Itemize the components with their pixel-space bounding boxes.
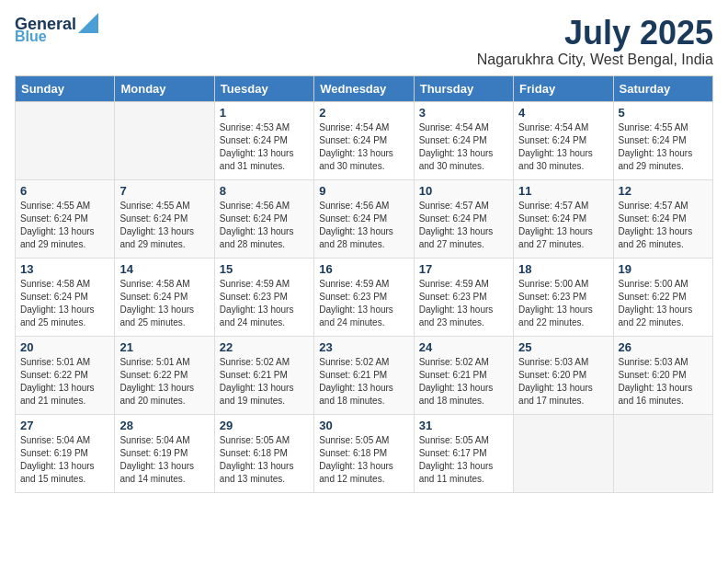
table-row: 10Sunrise: 4:57 AM Sunset: 6:24 PM Dayli… [414, 179, 513, 258]
day-number: 6 [20, 184, 109, 198]
day-info: Sunrise: 5:04 AM Sunset: 6:19 PM Dayligh… [20, 434, 109, 486]
day-info: Sunrise: 4:54 AM Sunset: 6:24 PM Dayligh… [419, 121, 508, 173]
day-info: Sunrise: 5:03 AM Sunset: 6:20 PM Dayligh… [619, 356, 708, 408]
col-tuesday: Tuesday [214, 75, 313, 101]
table-row: 4Sunrise: 4:54 AM Sunset: 6:24 PM Daylig… [514, 101, 613, 179]
table-row: 30Sunrise: 5:05 AM Sunset: 6:18 PM Dayli… [314, 414, 414, 492]
day-number: 12 [619, 184, 708, 198]
table-row: 15Sunrise: 4:59 AM Sunset: 6:23 PM Dayli… [214, 258, 313, 336]
day-number: 21 [119, 340, 209, 354]
day-info: Sunrise: 4:58 AM Sunset: 6:24 PM Dayligh… [20, 278, 109, 329]
day-number: 5 [619, 106, 708, 120]
table-row: 24Sunrise: 5:02 AM Sunset: 6:21 PM Dayli… [414, 336, 513, 414]
table-row: 3Sunrise: 4:54 AM Sunset: 6:24 PM Daylig… [414, 101, 513, 179]
day-info: Sunrise: 5:05 AM Sunset: 6:17 PM Dayligh… [419, 434, 508, 486]
day-info: Sunrise: 5:02 AM Sunset: 6:21 PM Dayligh… [419, 356, 508, 408]
day-number: 2 [319, 106, 408, 120]
day-info: Sunrise: 4:54 AM Sunset: 6:24 PM Dayligh… [518, 121, 608, 173]
day-info: Sunrise: 4:56 AM Sunset: 6:24 PM Dayligh… [319, 200, 408, 251]
table-row: 25Sunrise: 5:03 AM Sunset: 6:20 PM Dayli… [514, 336, 613, 414]
logo-blue-text: Blue [15, 29, 47, 44]
day-info: Sunrise: 5:00 AM Sunset: 6:22 PM Dayligh… [619, 278, 708, 329]
table-row: 14Sunrise: 4:58 AM Sunset: 6:24 PM Dayli… [115, 258, 214, 336]
table-row: 17Sunrise: 4:59 AM Sunset: 6:23 PM Dayli… [414, 258, 513, 336]
day-number: 25 [518, 340, 608, 354]
table-row: 1Sunrise: 4:53 AM Sunset: 6:24 PM Daylig… [214, 101, 313, 179]
month-year-title: July 2025 [477, 15, 713, 52]
table-row [514, 414, 613, 492]
table-row: 12Sunrise: 4:57 AM Sunset: 6:24 PM Dayli… [613, 179, 712, 258]
day-number: 27 [20, 419, 109, 432]
col-thursday: Thursday [414, 75, 513, 101]
table-row: 16Sunrise: 4:59 AM Sunset: 6:23 PM Dayli… [314, 258, 414, 336]
title-block: July 2025 Nagarukhra City, West Bengal, … [477, 15, 713, 68]
col-saturday: Saturday [613, 75, 712, 101]
table-row: 31Sunrise: 5:05 AM Sunset: 6:17 PM Dayli… [414, 414, 513, 492]
day-info: Sunrise: 4:57 AM Sunset: 6:24 PM Dayligh… [419, 200, 508, 251]
day-info: Sunrise: 4:54 AM Sunset: 6:24 PM Dayligh… [319, 121, 408, 173]
col-friday: Friday [514, 75, 613, 101]
day-info: Sunrise: 5:04 AM Sunset: 6:19 PM Dayligh… [119, 434, 209, 486]
svg-marker-0 [78, 13, 98, 33]
day-number: 24 [419, 340, 508, 354]
day-info: Sunrise: 4:53 AM Sunset: 6:24 PM Dayligh… [220, 121, 309, 173]
day-info: Sunrise: 4:59 AM Sunset: 6:23 PM Dayligh… [220, 278, 309, 329]
day-info: Sunrise: 5:05 AM Sunset: 6:18 PM Dayligh… [319, 434, 408, 486]
page-header: General Blue July 2025 Nagarukhra City, … [15, 15, 713, 68]
city-name: Nagarukhra City, West Bengal, India [477, 52, 713, 68]
table-row: 6Sunrise: 4:55 AM Sunset: 6:24 PM Daylig… [16, 179, 115, 258]
day-number: 4 [518, 106, 608, 120]
table-row: 27Sunrise: 5:04 AM Sunset: 6:19 PM Dayli… [16, 414, 115, 492]
col-sunday: Sunday [16, 75, 115, 101]
table-row [16, 101, 115, 179]
calendar-table: Sunday Monday Tuesday Wednesday Thursday… [15, 75, 713, 493]
calendar-week-1: 1Sunrise: 4:53 AM Sunset: 6:24 PM Daylig… [16, 101, 713, 179]
day-info: Sunrise: 4:55 AM Sunset: 6:24 PM Dayligh… [119, 200, 209, 251]
table-row: 29Sunrise: 5:05 AM Sunset: 6:18 PM Dayli… [214, 414, 313, 492]
table-row: 19Sunrise: 5:00 AM Sunset: 6:22 PM Dayli… [613, 258, 712, 336]
day-number: 11 [518, 184, 608, 198]
table-row [115, 101, 214, 179]
calendar-week-3: 13Sunrise: 4:58 AM Sunset: 6:24 PM Dayli… [16, 258, 713, 336]
table-row: 5Sunrise: 4:55 AM Sunset: 6:24 PM Daylig… [613, 101, 712, 179]
col-monday: Monday [115, 75, 214, 101]
table-row: 11Sunrise: 4:57 AM Sunset: 6:24 PM Dayli… [514, 179, 613, 258]
calendar-week-5: 27Sunrise: 5:04 AM Sunset: 6:19 PM Dayli… [16, 414, 713, 492]
day-number: 23 [319, 340, 408, 354]
table-row: 7Sunrise: 4:55 AM Sunset: 6:24 PM Daylig… [115, 179, 214, 258]
table-row: 21Sunrise: 5:01 AM Sunset: 6:22 PM Dayli… [115, 336, 214, 414]
day-info: Sunrise: 4:57 AM Sunset: 6:24 PM Dayligh… [518, 200, 608, 251]
day-number: 7 [119, 184, 209, 198]
table-row: 18Sunrise: 5:00 AM Sunset: 6:23 PM Dayli… [514, 258, 613, 336]
day-number: 26 [619, 340, 708, 354]
table-row [613, 414, 712, 492]
day-number: 14 [119, 262, 209, 276]
day-number: 29 [220, 419, 309, 432]
table-row: 28Sunrise: 5:04 AM Sunset: 6:19 PM Dayli… [115, 414, 214, 492]
day-number: 17 [419, 262, 508, 276]
day-number: 9 [319, 184, 408, 198]
table-row: 23Sunrise: 5:02 AM Sunset: 6:21 PM Dayli… [314, 336, 414, 414]
day-number: 22 [220, 340, 309, 354]
day-info: Sunrise: 4:59 AM Sunset: 6:23 PM Dayligh… [319, 278, 408, 329]
calendar-header-row: Sunday Monday Tuesday Wednesday Thursday… [16, 75, 713, 101]
day-info: Sunrise: 5:03 AM Sunset: 6:20 PM Dayligh… [518, 356, 608, 408]
calendar-week-2: 6Sunrise: 4:55 AM Sunset: 6:24 PM Daylig… [16, 179, 713, 258]
calendar-week-4: 20Sunrise: 5:01 AM Sunset: 6:22 PM Dayli… [16, 336, 713, 414]
day-info: Sunrise: 4:57 AM Sunset: 6:24 PM Dayligh… [619, 200, 708, 251]
day-number: 18 [518, 262, 608, 276]
day-info: Sunrise: 4:56 AM Sunset: 6:24 PM Dayligh… [220, 200, 309, 251]
table-row: 8Sunrise: 4:56 AM Sunset: 6:24 PM Daylig… [214, 179, 313, 258]
day-number: 13 [20, 262, 109, 276]
day-number: 20 [20, 340, 109, 354]
logo: General Blue [15, 15, 98, 44]
day-info: Sunrise: 5:02 AM Sunset: 6:21 PM Dayligh… [319, 356, 408, 408]
table-row: 2Sunrise: 4:54 AM Sunset: 6:24 PM Daylig… [314, 101, 414, 179]
day-info: Sunrise: 5:00 AM Sunset: 6:23 PM Dayligh… [518, 278, 608, 329]
logo-icon [78, 13, 98, 33]
day-number: 3 [419, 106, 508, 120]
day-info: Sunrise: 4:58 AM Sunset: 6:24 PM Dayligh… [119, 278, 209, 329]
day-number: 30 [319, 419, 408, 432]
day-info: Sunrise: 5:02 AM Sunset: 6:21 PM Dayligh… [220, 356, 309, 408]
table-row: 26Sunrise: 5:03 AM Sunset: 6:20 PM Dayli… [613, 336, 712, 414]
